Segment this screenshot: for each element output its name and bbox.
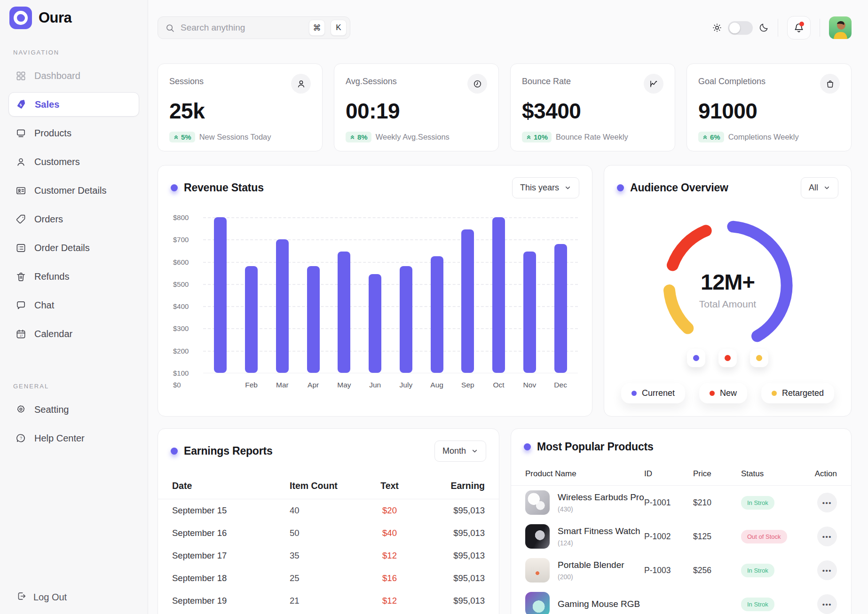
revenue-bar-jan[interactable] [214, 217, 227, 373]
stat-delta-badge: 6% [698, 132, 724, 142]
gauge-segment-new [672, 231, 706, 265]
row-actions-button[interactable]: ••• [817, 560, 837, 580]
cell-product-price: $256 [693, 566, 741, 575]
dollar-tag-icon: $ [16, 99, 27, 110]
bar-slot [298, 217, 329, 373]
cell-earning: $95,013 [419, 505, 485, 516]
revenue-bar-aug[interactable] [431, 256, 443, 373]
x-axis-labels: $0 FebMarAprMayJunJulyAugSepOctNovDec [203, 381, 578, 389]
legend-label: Retargeted [782, 388, 824, 398]
earnings-range-dropdown[interactable]: Month [434, 441, 486, 462]
cell-date: September 18 [172, 573, 290, 583]
stat-title: Avg.Sessions [346, 77, 397, 87]
bar-slot [545, 217, 576, 373]
product-thumbnail-wireless-earbuds-pro [525, 490, 550, 515]
legend-pill-currenet[interactable]: Currenet [621, 383, 685, 403]
sidebar-item-chat[interactable]: Chat [8, 293, 139, 317]
shopping-bag-icon [820, 74, 840, 94]
cell-earning: $95,013 [419, 573, 485, 583]
sidebar-item-customer-details[interactable]: Customer Details [8, 178, 139, 203]
logout-button[interactable]: Log Out [16, 591, 67, 604]
legend-pill-retargeted[interactable]: Retargeted [761, 383, 834, 403]
revenue-bar-nov[interactable] [523, 252, 536, 373]
sidebar-item-dashboard[interactable]: Dashboard [8, 63, 139, 88]
revenue-bar-sep[interactable] [461, 229, 474, 373]
revenue-bar-july[interactable] [400, 266, 412, 373]
cell-product-count: (124) [558, 539, 640, 547]
legend-dot-chip-retargeted[interactable] [750, 349, 768, 367]
chevron-down-icon [564, 184, 571, 191]
popular-products-card: Most Popular Products Product Name ID Pr… [511, 428, 852, 614]
gridline [203, 373, 578, 373]
legend-pill-new[interactable]: New [699, 383, 747, 403]
x-axis-label: Jun [360, 381, 391, 389]
cell-earning: $95,013 [419, 551, 485, 561]
sidebar-item-sales[interactable]: $Sales [8, 92, 139, 117]
legend-dot-chip-new[interactable] [718, 349, 737, 367]
revenue-bar-apr[interactable] [307, 266, 320, 373]
sidebar-item-refunds[interactable]: Refunds [8, 264, 139, 289]
y-axis-label: $200 [173, 346, 189, 354]
earnings-table-row: September 1735$12$95,013 [158, 544, 499, 567]
stat-delta-value: 5% [181, 133, 191, 141]
earnings-title: Earnings Reports [184, 445, 273, 457]
gauge-center: 12M+ Total Amount [646, 269, 810, 310]
sidebar: Oura NAVIGATIONDashboard$SalesProductsCu… [0, 0, 148, 614]
revenue-bar-may[interactable] [338, 252, 350, 373]
audience-filter-dropdown[interactable]: All [801, 177, 838, 198]
x-axis-label: Dec [545, 381, 576, 389]
bar-slot [483, 217, 514, 373]
revenue-status-card: Revenue Status This years $800$700$600$5… [158, 165, 592, 417]
sidebar-item-order-details[interactable]: Order Details [8, 236, 139, 260]
revenue-bar-oct[interactable] [492, 217, 505, 373]
cell-text: $40 [360, 528, 419, 538]
row-actions-button[interactable]: ••• [817, 493, 837, 512]
earnings-table-row: September 1825$16$95,013 [158, 567, 499, 590]
trash-icon [16, 271, 26, 282]
cell-product-price: $125 [693, 532, 741, 542]
notifications-button[interactable] [787, 16, 811, 39]
theme-toggle[interactable] [728, 21, 753, 35]
cell-product-id: P-1001 [644, 498, 693, 508]
product-table-row: Gaming Mouse RGBIn Strok••• [511, 587, 851, 614]
bar-slot [205, 217, 236, 373]
sidebar-item-label: Help Center [34, 433, 85, 444]
legend-dot-chip-currenet[interactable] [687, 349, 705, 367]
row-actions-button[interactable]: ••• [817, 527, 837, 546]
sidebar-item-products[interactable]: Products [8, 121, 139, 145]
stat-delta-value: 8% [357, 133, 368, 141]
row-actions-button[interactable]: ••• [817, 594, 837, 614]
revenue-bar-jun[interactable] [369, 274, 381, 373]
column-header-price: Price [693, 469, 741, 479]
revenue-bar-mar[interactable] [276, 239, 289, 373]
revenue-bar-feb[interactable] [245, 266, 258, 373]
legend-label: New [720, 388, 737, 398]
cell-text: $20 [360, 505, 419, 516]
title-dot-icon [171, 448, 178, 455]
shortcut-k-key: K [331, 20, 347, 36]
cell-product-count: (200) [558, 573, 624, 581]
y-axis-label: $800 [173, 213, 189, 221]
revenue-range-dropdown[interactable]: This years [512, 177, 579, 198]
dot-icon [710, 391, 715, 396]
sidebar-item-customers[interactable]: Customers [8, 150, 139, 174]
cell-date: September 17 [172, 551, 290, 561]
revenue-bar-dec[interactable] [554, 244, 567, 373]
search-input[interactable]: Search anything ⌘ K [158, 16, 350, 39]
cell-item-count: 40 [290, 505, 360, 516]
user-avatar[interactable] [829, 16, 852, 39]
sidebar-item-orders[interactable]: Orders [8, 207, 139, 231]
clock-icon [467, 74, 487, 94]
sidebar-item-label: Calendar [34, 329, 72, 339]
stat-title: Goal Completions [698, 77, 765, 87]
product-thumbnail-portable-blender [525, 558, 550, 583]
sidebar-item-help-center[interactable]: ?Help Center [8, 426, 139, 450]
revenue-card-header: Revenue Status This years [158, 165, 592, 198]
sidebar-item-calendar[interactable]: 17Calendar [8, 322, 139, 346]
stat-delta-badge: 8% [346, 132, 371, 142]
column-header-earning: Earning [419, 480, 485, 491]
sidebar-item-seatting[interactable]: Seatting [8, 397, 139, 422]
title-dot-icon [524, 443, 531, 450]
stat-caption: Weekly Avg.Sessions [376, 133, 450, 142]
settings-nut-icon [16, 404, 26, 415]
